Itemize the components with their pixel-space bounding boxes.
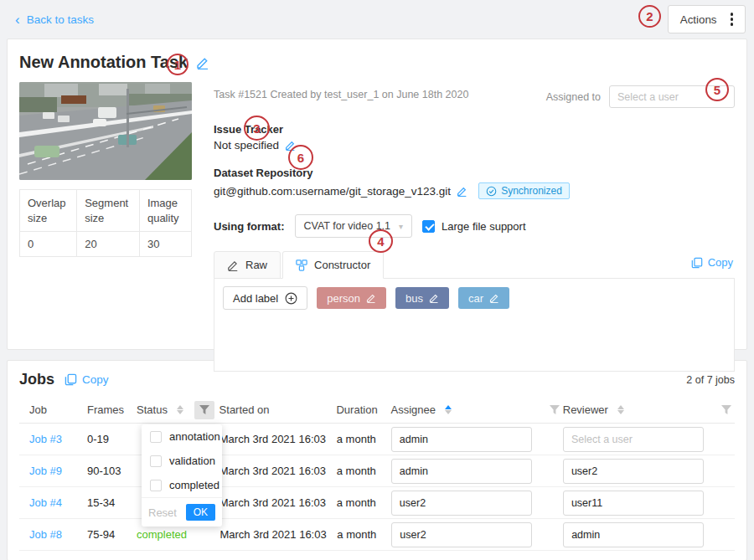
actions-label: Actions [680, 13, 717, 26]
filter-option-validation[interactable]: validation [142, 449, 222, 473]
task-title: New Annotation Task [19, 53, 188, 72]
filter-ok-button[interactable]: OK [186, 504, 215, 521]
edit-label-icon [366, 293, 376, 303]
col-started-on: Started on [219, 403, 337, 416]
assignee-input[interactable] [391, 491, 532, 516]
back-to-tasks-link[interactable]: ‹ Back to tasks [15, 13, 94, 27]
reviewer-input[interactable] [563, 459, 704, 484]
edit-label-icon [489, 293, 499, 303]
col-status[interactable]: Status [137, 403, 189, 416]
assignee-input[interactable] [391, 459, 532, 484]
copy-icon [691, 257, 703, 269]
copy-icon [65, 373, 77, 386]
annotation-marker-1: 1 [167, 54, 188, 75]
format-select[interactable]: CVAT for video 1.1 ▾ [295, 214, 413, 238]
job-link[interactable]: Job #9 [29, 465, 62, 477]
back-label: Back to tasks [27, 13, 94, 26]
large-file-support-checkbox[interactable]: Large file support [422, 220, 525, 233]
filter-option-label: completed [169, 479, 219, 491]
jobs-table-header: Job Frames Status Started on Duration As… [19, 397, 735, 424]
task-parameters-table: Overlap size Segment size Image quality … [19, 189, 192, 257]
job-status: completed [137, 528, 190, 541]
add-label-text: Add label [233, 292, 278, 305]
checkbox-unchecked-icon [150, 431, 162, 443]
filter-option-label: validation [169, 455, 215, 467]
sort-assignee-icon[interactable] [445, 405, 452, 414]
annotation-marker-4: 4 [369, 229, 393, 253]
tab-constructor[interactable]: Constructor [282, 251, 384, 279]
annotation-marker-5: 5 [705, 78, 729, 101]
filter-assignee-icon[interactable] [545, 401, 565, 419]
col-reviewer-label: Reviewer [563, 403, 608, 416]
job-status-text: completed [137, 528, 187, 541]
job-frames: 90-103 [87, 465, 137, 477]
labels-copy-label: Copy [708, 256, 733, 269]
filter-reset-button[interactable]: Reset [148, 506, 177, 519]
edit-repository-icon[interactable] [457, 186, 467, 197]
labels-copy-button[interactable]: Copy [691, 256, 733, 269]
edit-title-icon[interactable] [196, 56, 209, 69]
jobs-count: 2 of 7 jobs [686, 374, 735, 386]
annotation-marker-3: 3 [244, 116, 270, 141]
job-frames: 75-94 [87, 528, 137, 541]
reviewer-input[interactable] [563, 522, 704, 547]
sync-status-badge: Synchronized [478, 182, 570, 199]
job-link[interactable]: Job #8 [29, 528, 62, 541]
param-header-overlap: Overlap size [20, 190, 77, 232]
job-started: March 3rd 2021 16:03 [219, 528, 337, 541]
job-frames: 15-34 [87, 496, 137, 509]
col-frames: Frames [87, 403, 137, 416]
job-row: Job #4 15-34 March 3rd 2021 16:03 a mont… [19, 487, 735, 519]
assignee-input[interactable] [391, 522, 532, 547]
label-chip-person[interactable]: person [317, 287, 386, 309]
using-format-label: Using format: [214, 220, 285, 233]
sort-reviewer-icon[interactable] [617, 405, 624, 414]
checkbox-unchecked-icon [150, 455, 162, 467]
dataset-repository-url: git@github.com:username/git_storage_v123… [214, 185, 451, 198]
assigned-to-label: Assigned to [546, 91, 601, 103]
checkbox-unchecked-icon [150, 480, 162, 491]
filter-reviewer-icon[interactable] [716, 401, 736, 419]
filter-status-icon[interactable] [194, 401, 214, 419]
job-started: March 3rd 2021 16:03 [219, 496, 337, 509]
col-reviewer[interactable]: Reviewer [563, 403, 716, 416]
reviewer-input[interactable] [563, 491, 704, 516]
job-started: March 3rd 2021 16:03 [219, 465, 337, 477]
col-assignee[interactable]: Assignee [391, 403, 545, 416]
label-chip-bus[interactable]: bus [395, 287, 449, 309]
jobs-card: Jobs Copy 2 of 7 jobs Job Frames Status [7, 360, 747, 560]
jobs-copy-button[interactable]: Copy [65, 373, 109, 386]
tab-raw[interactable]: Raw [214, 251, 281, 279]
col-status-label: Status [137, 403, 168, 416]
job-link[interactable]: Job #4 [29, 496, 62, 509]
chevron-down-icon: ▾ [399, 222, 403, 231]
filter-option-completed[interactable]: completed [142, 473, 222, 497]
job-row: Job #9 90-103 March 3rd 2021 16:03 a mon… [19, 455, 735, 487]
job-row: Job #8 75-94 completed March 3rd 2021 16… [19, 519, 735, 551]
param-header-quality: Image quality [139, 190, 191, 232]
reviewer-input[interactable] [563, 427, 704, 452]
annotation-marker-2: 2 [638, 5, 661, 28]
param-header-segment: Segment size [77, 190, 140, 232]
label-car-name: car [468, 292, 483, 305]
job-link[interactable]: Job #3 [29, 433, 62, 445]
actions-button[interactable]: Actions [668, 5, 746, 33]
assignee-input[interactable] [391, 427, 532, 452]
kebab-menu-icon [731, 13, 734, 26]
dataset-repository-label: Dataset Repository [214, 167, 735, 179]
task-details-card: New Annotation Task [7, 39, 747, 350]
add-label-button[interactable]: Add label [223, 286, 307, 310]
job-duration: a month [337, 433, 391, 445]
dataset-repository-block: Dataset Repository git@github.com:userna… [214, 167, 735, 199]
col-job: Job [19, 403, 87, 416]
col-assignee-label: Assignee [391, 403, 436, 416]
issue-tracker-value: Not specified [214, 139, 279, 152]
issue-tracker-label: Issue Tracker [214, 123, 735, 136]
pencil-icon [227, 259, 239, 271]
blocks-icon [296, 259, 307, 271]
label-chip-car[interactable]: car [458, 287, 509, 309]
sync-badge-label: Synchronized [501, 185, 562, 197]
filter-option-annotation[interactable]: annotation [142, 424, 222, 449]
plus-circle-icon [285, 292, 297, 305]
sort-status-icon[interactable] [177, 405, 183, 414]
